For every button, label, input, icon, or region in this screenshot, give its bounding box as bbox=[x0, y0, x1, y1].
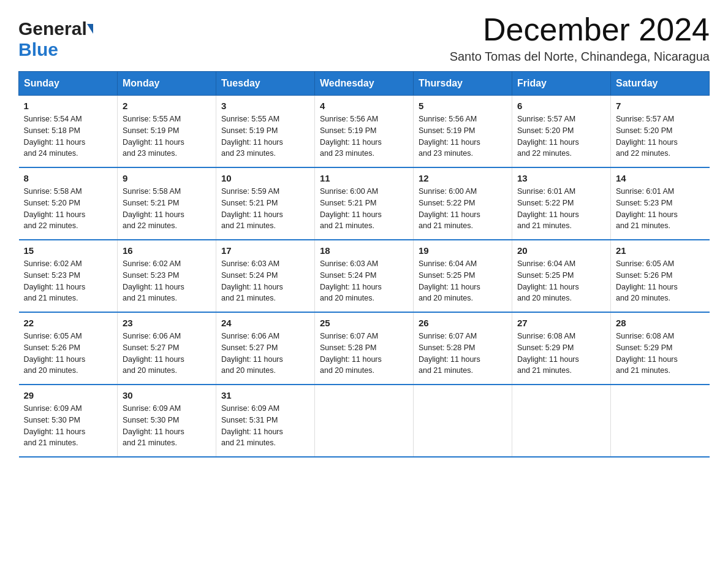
day-info: Sunrise: 6:06 AMSunset: 5:27 PMDaylight:… bbox=[123, 331, 211, 377]
day-info: Sunrise: 6:01 AMSunset: 5:22 PMDaylight:… bbox=[517, 186, 605, 232]
calendar-week-row: 29 Sunrise: 6:09 AMSunset: 5:30 PMDaylig… bbox=[19, 385, 710, 457]
day-info: Sunrise: 6:07 AMSunset: 5:28 PMDaylight:… bbox=[320, 331, 408, 377]
calendar-day-cell bbox=[315, 385, 414, 457]
calendar-day-cell: 20 Sunrise: 6:04 AMSunset: 5:25 PMDaylig… bbox=[512, 240, 611, 312]
location-subtitle: Santo Tomas del Norte, Chinandega, Nicar… bbox=[450, 50, 710, 64]
day-info: Sunrise: 6:07 AMSunset: 5:28 PMDaylight:… bbox=[419, 331, 507, 377]
calendar-week-row: 1 Sunrise: 5:54 AMSunset: 5:18 PMDayligh… bbox=[19, 96, 710, 168]
calendar-day-cell: 23 Sunrise: 6:06 AMSunset: 5:27 PMDaylig… bbox=[118, 312, 216, 385]
day-info: Sunrise: 6:06 AMSunset: 5:27 PMDaylight:… bbox=[221, 331, 309, 377]
day-info: Sunrise: 6:03 AMSunset: 5:24 PMDaylight:… bbox=[221, 258, 309, 304]
calendar-day-cell: 17 Sunrise: 6:03 AMSunset: 5:24 PMDaylig… bbox=[216, 240, 315, 312]
calendar-day-cell: 24 Sunrise: 6:06 AMSunset: 5:27 PMDaylig… bbox=[216, 312, 315, 385]
calendar-table: SundayMondayTuesdayWednesdayThursdayFrid… bbox=[18, 71, 710, 458]
day-info: Sunrise: 6:01 AMSunset: 5:23 PMDaylight:… bbox=[616, 186, 705, 232]
day-info: Sunrise: 6:09 AMSunset: 5:31 PMDaylight:… bbox=[221, 403, 309, 449]
day-info: Sunrise: 6:09 AMSunset: 5:30 PMDaylight:… bbox=[123, 403, 211, 449]
day-info: Sunrise: 5:56 AMSunset: 5:19 PMDaylight:… bbox=[320, 113, 408, 159]
calendar-header-friday: Friday bbox=[512, 72, 611, 96]
calendar-day-cell: 30 Sunrise: 6:09 AMSunset: 5:30 PMDaylig… bbox=[118, 385, 216, 457]
calendar-day-cell: 29 Sunrise: 6:09 AMSunset: 5:30 PMDaylig… bbox=[19, 385, 118, 457]
day-number: 8 bbox=[24, 173, 113, 183]
calendar-header-tuesday: Tuesday bbox=[216, 72, 315, 96]
day-number: 14 bbox=[616, 173, 705, 183]
calendar-day-cell: 26 Sunrise: 6:07 AMSunset: 5:28 PMDaylig… bbox=[414, 312, 512, 385]
calendar-day-cell: 4 Sunrise: 5:56 AMSunset: 5:19 PMDayligh… bbox=[315, 96, 414, 168]
calendar-day-cell: 31 Sunrise: 6:09 AMSunset: 5:31 PMDaylig… bbox=[216, 385, 315, 457]
calendar-day-cell: 3 Sunrise: 5:55 AMSunset: 5:19 PMDayligh… bbox=[216, 96, 315, 168]
calendar-day-cell: 5 Sunrise: 5:56 AMSunset: 5:19 PMDayligh… bbox=[414, 96, 512, 168]
calendar-day-cell: 8 Sunrise: 5:58 AMSunset: 5:20 PMDayligh… bbox=[19, 167, 118, 240]
day-number: 4 bbox=[320, 101, 408, 111]
calendar-day-cell: 13 Sunrise: 6:01 AMSunset: 5:22 PMDaylig… bbox=[512, 167, 611, 240]
day-info: Sunrise: 5:56 AMSunset: 5:19 PMDaylight:… bbox=[419, 113, 507, 159]
day-number: 12 bbox=[419, 173, 507, 183]
day-number: 17 bbox=[221, 245, 309, 256]
day-info: Sunrise: 5:57 AMSunset: 5:20 PMDaylight:… bbox=[517, 113, 605, 159]
day-number: 21 bbox=[616, 245, 705, 256]
logo: General Blue bbox=[18, 12, 93, 60]
month-title: December 2024 bbox=[450, 12, 710, 47]
day-info: Sunrise: 6:08 AMSunset: 5:29 PMDaylight:… bbox=[616, 331, 705, 377]
day-info: Sunrise: 6:05 AMSunset: 5:26 PMDaylight:… bbox=[616, 258, 705, 304]
calendar-header-sunday: Sunday bbox=[19, 72, 118, 96]
day-info: Sunrise: 6:09 AMSunset: 5:30 PMDaylight:… bbox=[24, 403, 113, 449]
day-number: 31 bbox=[221, 390, 309, 400]
calendar-week-row: 22 Sunrise: 6:05 AMSunset: 5:26 PMDaylig… bbox=[19, 312, 710, 385]
day-info: Sunrise: 5:54 AMSunset: 5:18 PMDaylight:… bbox=[24, 113, 113, 159]
day-number: 19 bbox=[419, 245, 507, 256]
calendar-day-cell: 16 Sunrise: 6:02 AMSunset: 5:23 PMDaylig… bbox=[118, 240, 216, 312]
day-number: 22 bbox=[24, 318, 113, 328]
day-info: Sunrise: 5:55 AMSunset: 5:19 PMDaylight:… bbox=[221, 113, 309, 159]
day-info: Sunrise: 5:55 AMSunset: 5:19 PMDaylight:… bbox=[123, 113, 211, 159]
day-number: 18 bbox=[320, 245, 408, 256]
day-number: 2 bbox=[123, 101, 211, 111]
day-info: Sunrise: 6:02 AMSunset: 5:23 PMDaylight:… bbox=[24, 258, 113, 304]
day-info: Sunrise: 6:02 AMSunset: 5:23 PMDaylight:… bbox=[123, 258, 211, 304]
calendar-day-cell: 9 Sunrise: 5:58 AMSunset: 5:21 PMDayligh… bbox=[118, 167, 216, 240]
calendar-header-monday: Monday bbox=[118, 72, 216, 96]
calendar-day-cell: 19 Sunrise: 6:04 AMSunset: 5:25 PMDaylig… bbox=[414, 240, 512, 312]
calendar-day-cell: 15 Sunrise: 6:02 AMSunset: 5:23 PMDaylig… bbox=[19, 240, 118, 312]
day-number: 30 bbox=[123, 390, 211, 400]
calendar-day-cell: 21 Sunrise: 6:05 AMSunset: 5:26 PMDaylig… bbox=[611, 240, 710, 312]
day-info: Sunrise: 6:04 AMSunset: 5:25 PMDaylight:… bbox=[517, 258, 605, 304]
day-number: 29 bbox=[24, 390, 113, 400]
day-number: 7 bbox=[616, 101, 705, 111]
day-number: 6 bbox=[517, 101, 605, 111]
day-info: Sunrise: 5:58 AMSunset: 5:21 PMDaylight:… bbox=[123, 186, 211, 232]
title-block: December 2024 Santo Tomas del Norte, Chi… bbox=[450, 12, 710, 64]
calendar-day-cell: 7 Sunrise: 5:57 AMSunset: 5:20 PMDayligh… bbox=[611, 96, 710, 168]
calendar-day-cell: 25 Sunrise: 6:07 AMSunset: 5:28 PMDaylig… bbox=[315, 312, 414, 385]
calendar-day-cell: 14 Sunrise: 6:01 AMSunset: 5:23 PMDaylig… bbox=[611, 167, 710, 240]
day-number: 3 bbox=[221, 101, 309, 111]
day-info: Sunrise: 6:03 AMSunset: 5:24 PMDaylight:… bbox=[320, 258, 408, 304]
calendar-day-cell: 22 Sunrise: 6:05 AMSunset: 5:26 PMDaylig… bbox=[19, 312, 118, 385]
calendar-day-cell: 6 Sunrise: 5:57 AMSunset: 5:20 PMDayligh… bbox=[512, 96, 611, 168]
day-info: Sunrise: 6:08 AMSunset: 5:29 PMDaylight:… bbox=[517, 331, 605, 377]
day-info: Sunrise: 5:58 AMSunset: 5:20 PMDaylight:… bbox=[24, 186, 113, 232]
day-number: 24 bbox=[221, 318, 309, 328]
day-number: 20 bbox=[517, 245, 605, 256]
day-info: Sunrise: 5:57 AMSunset: 5:20 PMDaylight:… bbox=[616, 113, 705, 159]
calendar-week-row: 8 Sunrise: 5:58 AMSunset: 5:20 PMDayligh… bbox=[19, 167, 710, 240]
day-number: 16 bbox=[123, 245, 211, 256]
calendar-day-cell: 1 Sunrise: 5:54 AMSunset: 5:18 PMDayligh… bbox=[19, 96, 118, 168]
calendar-week-row: 15 Sunrise: 6:02 AMSunset: 5:23 PMDaylig… bbox=[19, 240, 710, 312]
day-number: 25 bbox=[320, 318, 408, 328]
day-number: 9 bbox=[123, 173, 211, 183]
day-number: 13 bbox=[517, 173, 605, 183]
logo-arrow-icon bbox=[87, 24, 93, 34]
calendar-header-thursday: Thursday bbox=[414, 72, 512, 96]
logo-general-text: General bbox=[18, 18, 93, 39]
day-number: 10 bbox=[221, 173, 309, 183]
calendar-header-row: SundayMondayTuesdayWednesdayThursdayFrid… bbox=[19, 72, 710, 96]
calendar-day-cell: 18 Sunrise: 6:03 AMSunset: 5:24 PMDaylig… bbox=[315, 240, 414, 312]
day-info: Sunrise: 6:04 AMSunset: 5:25 PMDaylight:… bbox=[419, 258, 507, 304]
logo-blue-text: Blue bbox=[18, 39, 58, 60]
day-info: Sunrise: 6:00 AMSunset: 5:21 PMDaylight:… bbox=[320, 186, 408, 232]
calendar-header-saturday: Saturday bbox=[611, 72, 710, 96]
day-number: 15 bbox=[24, 245, 113, 256]
day-number: 27 bbox=[517, 318, 605, 328]
calendar-header-wednesday: Wednesday bbox=[315, 72, 414, 96]
